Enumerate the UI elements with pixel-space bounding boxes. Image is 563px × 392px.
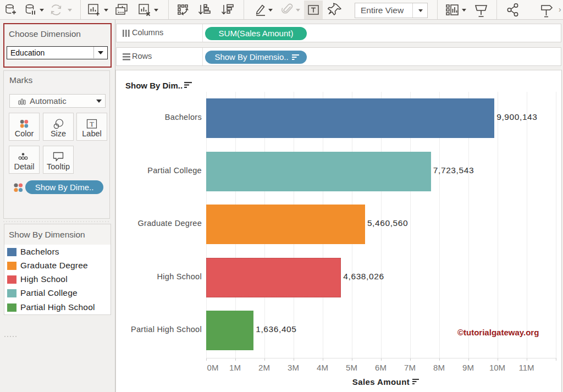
svg-text:T: T [90, 120, 94, 128]
